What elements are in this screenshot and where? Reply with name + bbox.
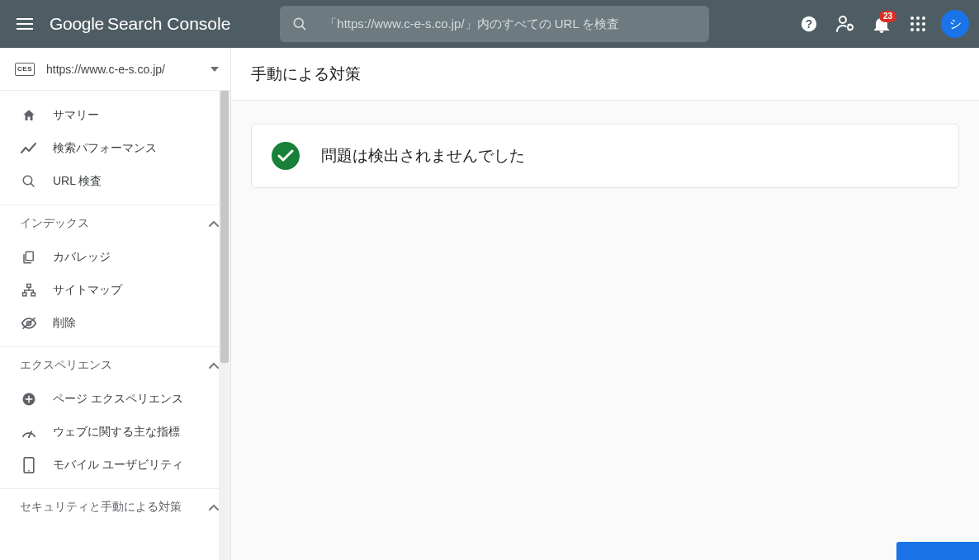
caret-down-icon [210,67,219,72]
trend-icon [20,139,38,158]
home-icon [20,106,38,125]
nav-item-mobile-usability[interactable]: モバイル ユーザビリティ [0,449,230,482]
svg-rect-15 [26,252,33,261]
svg-point-21 [28,436,31,439]
section-header-security[interactable]: セキュリティと手動による対策 [0,488,230,525]
avatar-initial: シ [949,16,962,32]
svg-point-7 [922,16,925,20]
product-logo[interactable]: Google Search Console [50,14,230,34]
nav-item-page-experience[interactable]: ページ エクスペリエンス [0,383,230,416]
logo-console-text: Search Console [107,14,230,34]
search-icon [20,172,38,191]
sidebar-scrollbar[interactable] [219,91,230,560]
user-settings-button[interactable] [827,6,863,42]
chevron-up-icon [209,504,219,511]
nav-label: ページ エクスペリエンス [53,392,183,407]
section-title: セキュリティと手動による対策 [20,499,209,514]
svg-rect-16 [27,285,31,288]
property-badge: CES [15,63,35,76]
mobile-icon [20,456,38,474]
app-header: Google Search Console 「https://www.c-e-s… [0,0,979,48]
property-url: https://www.c-e-s.co.jp/ [46,63,210,76]
hamburger-icon [17,18,33,30]
sitemap-icon [20,281,38,299]
svg-text:?: ? [806,18,812,31]
page-title: 手動による対策 [251,64,361,85]
svg-rect-18 [31,293,35,296]
nav-label: URL 検査 [53,174,102,189]
nav-item-sitemaps[interactable]: サイトマップ [0,274,230,307]
plus-circle-icon [20,390,38,408]
svg-point-9 [916,22,920,26]
chevron-up-icon [209,362,219,369]
scrollbar-thumb[interactable] [220,91,229,363]
svg-point-11 [910,28,914,31]
svg-rect-17 [23,293,27,296]
nav-item-removals[interactable]: 削除 [0,307,230,340]
hide-icon [20,314,38,332]
nav-label: ウェブに関する主な指標 [53,425,180,440]
gauge-icon [20,423,38,441]
check-circle-icon [272,142,300,170]
hamburger-menu-button[interactable] [7,6,43,42]
sidebar: CES https://www.c-e-s.co.jp/ サマリー 検索パフォー… [0,48,231,560]
notification-badge: 23 [879,11,896,22]
svg-point-8 [910,22,914,26]
nav-list: サマリー 検索パフォーマンス URL 検査 インデックス カバレ [0,91,230,525]
search-placeholder: 「https://www.c-e-s.co.jp/」内のすべての URL を検査 [324,16,619,32]
person-gear-icon [835,15,855,33]
nav-label: サマリー [53,108,99,123]
section-title: エクスペリエンス [20,358,209,373]
page-title-bar: 手動による対策 [231,48,979,101]
section-title: インデックス [20,216,209,231]
svg-point-3 [839,16,846,23]
svg-point-10 [922,22,925,26]
nav-item-url-inspection[interactable]: URL 検査 [0,165,230,198]
logo-google-text: Google [50,14,104,34]
copies-icon [20,248,38,266]
nav-item-performance[interactable]: 検索パフォーマンス [0,132,230,165]
bottom-corner-widget[interactable] [896,542,979,560]
nav-label: カバレッジ [53,250,111,265]
svg-point-5 [910,16,914,20]
account-avatar[interactable]: シ [941,10,969,38]
help-icon: ? [800,15,818,33]
nav-label: サイトマップ [53,283,122,298]
svg-point-23 [28,470,30,472]
apps-grid-button[interactable] [900,6,936,42]
nav-label: 検索パフォーマンス [53,141,157,156]
section-header-experience[interactable]: エクスペリエンス [0,346,230,383]
nav-label: 削除 [53,316,76,331]
property-selector[interactable]: CES https://www.c-e-s.co.jp/ [0,48,230,91]
svg-point-12 [916,28,920,31]
notifications-button[interactable]: 23 [863,6,900,42]
section-header-index[interactable]: インデックス [0,205,230,241]
help-button[interactable]: ? [791,6,827,42]
status-message: 問題は検出されませんでした [321,145,525,167]
nav-item-summary[interactable]: サマリー [0,99,230,132]
apps-grid-icon [910,16,925,31]
search-icon [290,14,310,34]
status-card: 問題は検出されませんでした [251,124,959,188]
chevron-up-icon [209,220,219,227]
url-inspection-search[interactable]: 「https://www.c-e-s.co.jp/」内のすべての URL を検査 [280,6,709,42]
nav-item-coverage[interactable]: カバレッジ [0,241,230,274]
main-content: 手動による対策 問題は検出されませんでした [231,48,979,560]
svg-point-13 [922,28,925,31]
nav-label: モバイル ユーザビリティ [53,458,183,473]
svg-point-6 [916,16,920,20]
nav-item-core-web-vitals[interactable]: ウェブに関する主な指標 [0,416,230,449]
